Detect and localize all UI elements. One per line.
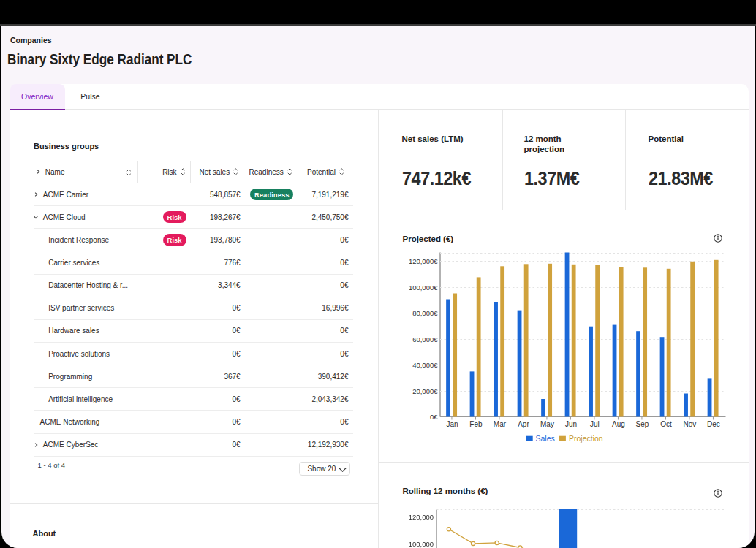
svg-text:Jun: Jun	[564, 420, 576, 428]
svg-text:Jan: Jan	[446, 420, 458, 428]
svg-text:Apr: Apr	[518, 420, 529, 428]
svg-text:Dec: Dec	[707, 420, 720, 428]
svg-text:Aug: Aug	[612, 420, 625, 428]
svg-text:Nov: Nov	[683, 420, 696, 428]
svg-text:100,000€: 100,000€	[408, 283, 437, 292]
svg-text:20,000€: 20,000€	[412, 387, 438, 395]
svg-text:120,000: 120,000	[408, 513, 433, 521]
svg-text:0€: 0€	[429, 413, 437, 421]
svg-text:60,000€: 60,000€	[412, 335, 438, 343]
svg-text:40,000€: 40,000€	[412, 361, 438, 369]
svg-text:Projection: Projection	[569, 434, 603, 443]
svg-text:120,000€: 120,000€	[408, 257, 437, 265]
svg-text:100,000: 100,000	[408, 540, 433, 548]
svg-text:Sep: Sep	[635, 420, 649, 428]
svg-text:Jul: Jul	[590, 420, 600, 428]
svg-text:80,000€: 80,000€	[412, 309, 438, 317]
svg-text:May: May	[540, 420, 553, 428]
svg-text:Sales: Sales	[535, 434, 554, 443]
svg-text:Feb: Feb	[469, 420, 483, 428]
svg-text:Mar: Mar	[493, 420, 506, 428]
svg-text:Oct: Oct	[660, 420, 672, 428]
